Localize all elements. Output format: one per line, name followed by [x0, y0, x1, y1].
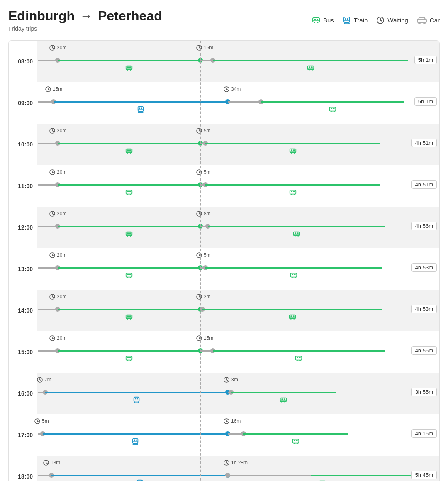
- legend-train: Train: [342, 16, 368, 25]
- second-transport-line-10:00: [205, 143, 380, 144]
- svg-line-207: [226, 463, 228, 464]
- destination-label: Peterhead: [98, 8, 162, 24]
- transport-icon2-16:00: [279, 396, 287, 406]
- wait1-label-10:00: 20m: [49, 128, 66, 134]
- second-transport-line-14:00: [202, 309, 382, 310]
- time-label-13:00: 13:00: [9, 248, 37, 290]
- svg-rect-0: [313, 18, 319, 22]
- svg-point-4: [317, 22, 318, 23]
- gray-wait2-18:00: [228, 475, 311, 476]
- duration-badge-15:00: 4h 55m: [411, 346, 437, 355]
- svg-line-148: [52, 338, 54, 339]
- svg-point-71: [291, 152, 292, 154]
- duration-badge-16:00: 3h 55m: [411, 388, 437, 396]
- svg-rect-122: [291, 273, 297, 277]
- second-transport-line-12:00: [208, 226, 385, 227]
- svg-rect-8: [347, 18, 348, 20]
- first-transport-line-12:00: [58, 226, 200, 227]
- wait1-label-15:00: 20m: [49, 335, 66, 341]
- transport-icon2-15:00: [295, 354, 303, 364]
- transport-icon2-12:00: [292, 230, 301, 240]
- gray-wait2-09:00: [228, 101, 261, 103]
- svg-rect-27: [129, 66, 131, 68]
- svg-point-120: [130, 277, 131, 278]
- svg-rect-105: [295, 232, 296, 234]
- svg-point-108: [297, 235, 299, 237]
- svg-rect-158: [296, 356, 302, 360]
- waiting-legend-label: Waiting: [387, 17, 408, 24]
- first-transport-line-18:00: [51, 475, 228, 476]
- svg-rect-152: [126, 356, 132, 360]
- time-label-15:00: 15:00: [9, 331, 37, 373]
- svg-point-28: [127, 69, 128, 71]
- svg-point-84: [130, 194, 131, 195]
- svg-rect-69: [291, 149, 292, 151]
- wait1-label-09:00: 15m: [45, 86, 62, 92]
- svg-line-166: [40, 380, 41, 381]
- legend: Bus Train Waiting: [312, 16, 440, 25]
- svg-rect-63: [127, 149, 129, 151]
- svg-rect-196: [293, 439, 299, 443]
- duration-badge-17:00: 4h 15m: [411, 429, 437, 438]
- transport-icon2-14:00: [288, 313, 297, 323]
- time-labels: 08:0009:0010:0011:0012:0013:0014:0015:00…: [9, 41, 37, 481]
- svg-rect-82: [129, 191, 131, 192]
- svg-rect-177: [280, 398, 287, 402]
- legend-waiting: Waiting: [376, 16, 408, 25]
- waiting-legend-icon: [376, 16, 385, 25]
- time-label-09:00: 09:00: [9, 82, 37, 124]
- svg-rect-6: [344, 17, 350, 22]
- trip-row-18:00: 13m1h 28m5h 45m: [37, 456, 439, 481]
- wait1-label-16:00: 7m: [37, 377, 51, 383]
- svg-rect-179: [284, 398, 285, 400]
- duration-badge-12:00: 4h 56m: [411, 222, 437, 230]
- time-label-18:00: 18:00: [9, 456, 37, 481]
- transport-icon2-11:00: [289, 188, 297, 198]
- second-transport-line-16:00: [231, 392, 336, 393]
- svg-rect-141: [290, 315, 292, 317]
- legend-car: Car: [416, 16, 440, 25]
- svg-rect-52: [333, 108, 334, 109]
- svg-rect-159: [297, 357, 298, 358]
- svg-rect-142: [292, 315, 294, 317]
- svg-rect-45: [141, 107, 142, 109]
- wait2-label-09:00: 34m: [224, 86, 241, 92]
- first-transport-line-08:00: [58, 60, 200, 61]
- svg-rect-7: [345, 18, 346, 20]
- svg-point-119: [127, 277, 128, 278]
- svg-point-200: [297, 443, 298, 444]
- svg-point-162: [299, 360, 301, 361]
- second-transport-line-08:00: [213, 60, 408, 61]
- svg-rect-198: [296, 440, 298, 441]
- duration-badge-14:00: 4h 53m: [411, 305, 437, 313]
- chart-inner: 08:0009:0010:0011:0012:0013:0014:0015:00…: [9, 41, 439, 481]
- svg-line-130: [52, 297, 54, 298]
- trip-row-15:00: 20m15m4h 55m: [37, 331, 439, 373]
- dot2-18:00: [225, 473, 230, 478]
- svg-line-39: [48, 89, 49, 90]
- svg-rect-1: [314, 19, 316, 20]
- first-transport-line-11:00: [58, 184, 200, 186]
- svg-point-138: [130, 318, 131, 320]
- svg-rect-64: [129, 149, 131, 151]
- svg-rect-87: [291, 191, 292, 192]
- svg-rect-81: [127, 191, 129, 192]
- second-transport-line-17:00: [243, 433, 348, 435]
- bus-legend-label: Bus: [323, 17, 334, 24]
- svg-rect-86: [290, 190, 296, 194]
- svg-line-15: [380, 20, 382, 21]
- train-legend-icon: [342, 16, 351, 25]
- trip-row-08:00: 20m15m5h 1m: [37, 41, 439, 82]
- svg-rect-88: [293, 191, 295, 192]
- transport-icon1-15:00: [125, 354, 133, 364]
- car-legend-icon: [416, 16, 427, 25]
- trip-row-11:00: 20m5m4h 51m: [37, 165, 439, 207]
- transport-icon1-12:00: [125, 230, 133, 240]
- second-transport-line-13:00: [205, 267, 382, 269]
- svg-rect-118: [129, 274, 131, 275]
- svg-rect-160: [299, 357, 301, 358]
- svg-rect-43: [138, 107, 144, 112]
- svg-rect-104: [294, 232, 300, 236]
- svg-point-83: [127, 194, 128, 195]
- svg-rect-26: [127, 66, 129, 68]
